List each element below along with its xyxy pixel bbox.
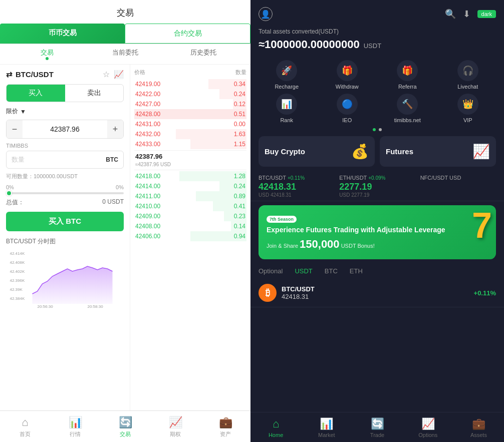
chevron-down-icon: ▼ (20, 108, 26, 115)
ob-sell-row[interactable]: 42422.000.24 (134, 89, 246, 99)
ticker-row: BTC/USDT +0.11% 42418.31 USD 42418.31 ET… (250, 172, 504, 201)
percent-row: 0% 0% (6, 184, 124, 190)
ob-buy-row[interactable]: 42414.000.24 (134, 181, 246, 191)
nav-market[interactable]: 📊 行情 (50, 416, 100, 438)
ob-buy-row[interactable]: 42408.000.14 (134, 221, 246, 231)
ieo-icon: 🔵 (337, 94, 358, 115)
trading-form: ⇄ BTC/USDT ☆ 📈 买入 卖出 限价 ▼ − 42387.96 + (0, 65, 130, 410)
chart-icon[interactable]: 📈 (114, 70, 124, 79)
market-sub-tabs: Optional USDT BTC ETH (250, 263, 504, 279)
rp-header: 👤 🔍 ⬇ dark (250, 0, 504, 26)
buy-tab[interactable]: 买入 (7, 85, 65, 102)
futures-card[interactable]: Futures 📈 (380, 136, 496, 167)
order-type-selector[interactable]: 限价 ▼ (6, 107, 124, 116)
nav-assets[interactable]: 💼 资产 (200, 416, 250, 438)
ob-sell-row[interactable]: 42419.000.34 (134, 79, 246, 89)
svg-text:42.408K: 42.408K (10, 260, 25, 265)
main-tabs: 币币交易 合约交易 (0, 24, 250, 44)
rbn-options[interactable]: 📈 Options (403, 417, 453, 438)
ob-sell-row[interactable]: 42431.000.00 (134, 119, 246, 129)
market-row-btc[interactable]: ₿ BTC/USDT 42418.31 +0.11% (250, 279, 504, 307)
action-vip[interactable]: 👑 VIP (440, 94, 496, 123)
percent-slider[interactable] (6, 192, 124, 194)
mst-usdt[interactable]: USDT (295, 267, 312, 275)
promo-banner[interactable]: 7th Season Experience Futures Trading wi… (259, 205, 496, 259)
quantity-input[interactable]: 数量 BTC (6, 151, 124, 169)
price-value[interactable]: 42387.96 (23, 125, 107, 133)
trading-body: ⇄ BTC/USDT ☆ 📈 买入 卖出 限价 ▼ − 42387.96 + (0, 65, 250, 410)
ob-sell-row[interactable]: 42433.001.15 (134, 139, 246, 149)
promo-left: 7th Season Experience Futures Trading wi… (267, 214, 445, 250)
assets-icon: 💼 (219, 416, 232, 429)
btc-coin-icon: ₿ (259, 284, 277, 302)
rbn-assets[interactable]: 💼 Assets (453, 417, 504, 438)
rbn-home[interactable]: ⌂ Home (250, 417, 301, 438)
rbn-market-label: Market (318, 432, 335, 438)
nav-options[interactable]: 📈 期权 (150, 416, 200, 438)
ticker-eth[interactable]: ETH/USDT +0.09% 2277.19 USD 2277.19 (339, 175, 415, 198)
sub-tab-current[interactable]: 当前委托 (86, 48, 164, 60)
rbn-market[interactable]: 📊 Market (301, 417, 352, 438)
livechat-label: Livechat (457, 84, 478, 90)
svg-text:42.414K: 42.414K (10, 251, 25, 256)
ob-buy-row[interactable]: 42406.000.94 (134, 231, 246, 241)
sell-tab[interactable]: 卖出 (65, 85, 124, 102)
ticker-btc[interactable]: BTC/USDT +0.11% 42418.31 USD 42418.31 (259, 175, 334, 198)
download-icon[interactable]: ⬇ (463, 9, 470, 20)
price-decrease-button[interactable]: − (7, 120, 23, 138)
nav-trade[interactable]: 🔄 交易 (100, 416, 150, 438)
feature-cards: Buy Crypto 💰 Futures 📈 (250, 136, 504, 172)
recharge-label: Recharge (275, 84, 299, 90)
avatar[interactable]: 👤 (259, 7, 273, 21)
timibbs-label: timibbs.net (394, 117, 421, 123)
quantity-placeholder: 数量 (12, 155, 25, 164)
price-increase-button[interactable]: + (107, 120, 123, 138)
promo-number: 7 (472, 207, 492, 243)
timibbs-label: TIMIBBS (6, 143, 124, 149)
ticker-nfc[interactable]: NFC/USDT USD (420, 175, 496, 198)
buy-crypto-label: Buy Crypto (265, 147, 305, 156)
rbn-trade[interactable]: 🔄 Trade (352, 417, 402, 438)
nav-home-label: 首页 (20, 430, 31, 438)
star-icon[interactable]: ☆ (103, 70, 110, 79)
ob-sell-row[interactable]: 42432.001.63 (134, 129, 246, 139)
rbn-options-label: Options (418, 432, 437, 438)
ob-buy-row[interactable]: 42411.000.89 (134, 191, 246, 201)
sub-tab-trade[interactable]: 交易 (8, 48, 86, 60)
buy-crypto-card[interactable]: Buy Crypto 💰 (259, 136, 375, 167)
mst-btc[interactable]: BTC (325, 267, 338, 275)
nav-trade-label: 交易 (120, 430, 131, 438)
nav-home[interactable]: ⌂ 首页 (0, 416, 50, 438)
buy-btc-button[interactable]: 买入 BTC (6, 212, 124, 231)
ob-header: 价格 数量 (134, 69, 246, 76)
btc-name: BTC/USDT (282, 285, 474, 293)
mst-eth[interactable]: ETH (350, 267, 363, 275)
ob-sell-row[interactable]: 42427.000.12 (134, 99, 246, 109)
action-timibbs[interactable]: 🔨 timibbs.net (379, 94, 436, 123)
pair-actions: ☆ 📈 (103, 70, 124, 79)
action-withdraw[interactable]: 🎁 Withdraw (319, 60, 376, 90)
search-icon[interactable]: 🔍 (445, 9, 456, 20)
action-ieo[interactable]: 🔵 IEO (319, 94, 376, 123)
ob-sell-row[interactable]: 42428.000.51 (134, 109, 246, 119)
dark-mode-badge[interactable]: dark (477, 10, 496, 18)
slider-thumb[interactable] (6, 190, 12, 196)
action-referra[interactable]: 🎁 Referra (379, 60, 436, 90)
dot-1[interactable] (373, 128, 376, 131)
mst-optional[interactable]: Optional (259, 267, 283, 275)
rbn-trade-label: Trade (370, 432, 384, 438)
promo-title: Experience Futures Trading with Adjustab… (267, 225, 445, 234)
ob-buy-row[interactable]: 42410.000.41 (134, 201, 246, 211)
sub-tab-history[interactable]: 历史委托 (164, 48, 242, 60)
ob-buy-row[interactable]: 42409.000.23 (134, 211, 246, 221)
tab-futures[interactable]: 合约交易 (125, 24, 250, 44)
tab-spot[interactable]: 币币交易 (0, 24, 125, 44)
dot-2[interactable] (379, 128, 382, 131)
left-bottom-nav: ⌂ 首页 📊 行情 🔄 交易 📈 期权 💼 资产 (0, 410, 250, 442)
action-rank[interactable]: 📊 Rank (259, 94, 315, 123)
timibbs-icon: 🔨 (397, 94, 418, 115)
ob-buy-row[interactable]: 42418.001.28 (134, 171, 246, 181)
action-livechat[interactable]: 🎧 Livechat (440, 60, 496, 90)
buy-sell-tabs: 买入 卖出 (6, 84, 124, 102)
action-recharge[interactable]: 🚀 Recharge (259, 60, 315, 90)
